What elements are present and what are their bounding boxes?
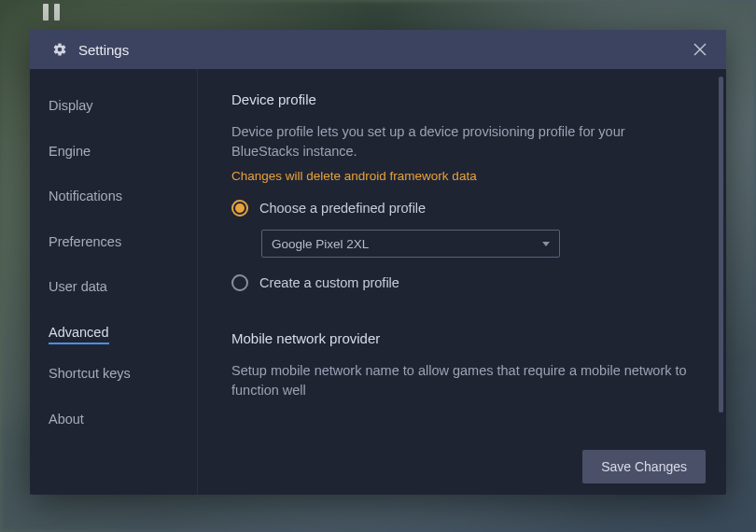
close-icon [693,43,707,56]
radio-custom-profile[interactable] [231,274,248,291]
profile-select[interactable]: Google Pixel 2XL [261,230,560,258]
modal-title: Settings [78,42,689,58]
content-scrollbar[interactable] [719,77,723,413]
radio-predefined-profile[interactable] [231,200,248,217]
profile-select-value: Google Pixel 2XL [272,237,369,251]
close-button[interactable] [689,38,711,61]
mobile-network-description: Setup mobile network name to allow games… [231,361,693,400]
mobile-network-title: Mobile network provider [231,330,693,346]
device-profile-description: Device profile lets you set up a device … [231,122,693,161]
modal-footer: Save Changes [198,439,726,495]
sidebar-item-preferences[interactable]: Preferences [49,226,121,259]
save-changes-button[interactable]: Save Changes [582,450,706,483]
device-profile-title: Device profile [231,91,693,107]
radio-predefined-label: Choose a predefined profile [259,201,426,216]
modal-header: Settings [30,30,726,69]
sidebar-item-engine[interactable]: Engine [49,135,91,168]
device-profile-warning: Changes will delete android framework da… [231,169,693,183]
settings-modal: Settings Display Engine Notifications Pr… [30,30,726,495]
pause-icon [43,4,65,22]
sidebar-item-user-data[interactable]: User data [49,271,107,303]
sidebar-item-notifications[interactable]: Notifications [49,180,122,213]
sidebar-item-shortcut-keys[interactable]: Shortcut keys [49,357,131,390]
sidebar-item-about[interactable]: About [49,403,84,436]
settings-content: Device profile Device profile lets you s… [198,69,726,495]
radio-custom-label: Create a custom profile [259,275,399,290]
sidebar-item-display[interactable]: Display [49,90,93,122]
sidebar-item-advanced[interactable]: Advanced [49,316,109,345]
gear-icon [52,42,67,57]
settings-sidebar: Display Engine Notifications Preferences… [30,69,198,495]
